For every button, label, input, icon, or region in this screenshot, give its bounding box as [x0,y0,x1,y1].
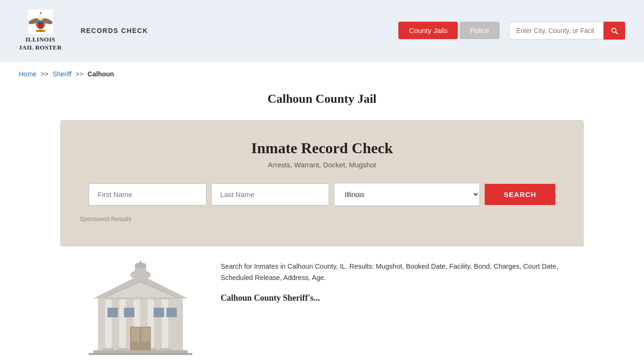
description-area: Search for Inmates in Calhoun County, IL… [221,261,565,307]
svg-rect-29 [159,297,171,299]
header-search-bar [509,22,625,40]
svg-rect-8 [38,22,43,24]
svg-rect-36 [166,308,177,317]
breadcrumb-home[interactable]: Home [19,70,36,78]
header: ★ STATE ILLINOIS JAIL ROSTER RECORDS CHE… [0,0,644,62]
description-paragraph: Search for Inmates in Calhoun County, IL… [221,261,565,284]
inmate-search-button[interactable]: SEARCH [485,184,555,205]
svg-rect-34 [124,308,134,317]
svg-rect-24 [159,348,171,350]
svg-rect-21 [117,348,128,350]
page-title: Calhoun County Jail [19,92,625,106]
breadcrumb-sep1: >> [41,70,48,78]
svg-point-5 [38,15,43,19]
records-check-link[interactable]: RECORDS CHECK [81,27,148,34]
last-name-input[interactable] [211,183,329,206]
svg-rect-26 [117,297,128,299]
svg-text:★: ★ [39,11,42,15]
breadcrumb-sheriff[interactable]: Sheriff [53,70,72,78]
svg-rect-15 [105,298,112,350]
svg-rect-37 [93,350,188,353]
header-search-button[interactable] [603,22,625,40]
svg-rect-28 [145,297,157,299]
header-search-input[interactable] [509,22,603,40]
state-select[interactable]: AlabamaAlaskaArizonaArkansasCaliforniaCo… [334,183,480,206]
inmate-search-title: Inmate Record Check [80,140,564,157]
svg-rect-38 [89,353,192,355]
logo-link[interactable]: ★ STATE ILLINOIS JAIL ROSTER [19,9,62,52]
svg-point-41 [135,263,146,268]
building-icon [84,261,197,355]
svg-rect-35 [154,308,164,317]
county-jails-button[interactable]: County Jails [398,22,458,39]
sponsored-results: Sponsored Results [80,215,564,222]
breadcrumb-current: Calhoun [88,70,114,78]
building-illustration [79,261,202,355]
svg-rect-25 [103,297,114,299]
description-section-title: Calhoun County Sheriff's... [221,293,565,303]
search-icon [610,26,619,35]
svg-rect-16 [119,298,126,350]
svg-text:STATE: STATE [37,30,43,32]
illinois-flag-icon: ★ STATE [28,9,53,34]
svg-rect-31 [131,328,140,342]
inmate-search-box: Inmate Record Check Arrests, Warrant, Do… [60,120,584,247]
svg-rect-27 [131,297,142,299]
svg-rect-19 [162,298,168,350]
inmate-search-subtitle: Arrests, Warrant, Docket, Mugshot [80,161,564,169]
bottom-content: Search for Inmates in Calhoun County, IL… [60,261,584,362]
search-fields: AlabamaAlaskaArizonaArkansasCaliforniaCo… [80,183,564,206]
svg-rect-33 [107,308,118,317]
police-button[interactable]: Police [460,22,500,39]
header-nav: County Jails Police [398,22,625,40]
logo-text: ILLINOIS JAIL ROSTER [19,36,62,52]
svg-rect-32 [141,328,150,342]
page-title-area: Calhoun County Jail [0,82,644,120]
breadcrumb-sep2: >> [76,70,83,78]
breadcrumb: Home >> Sheriff >> Calhoun [0,62,644,82]
first-name-input[interactable] [89,183,206,206]
svg-rect-20 [103,348,114,350]
